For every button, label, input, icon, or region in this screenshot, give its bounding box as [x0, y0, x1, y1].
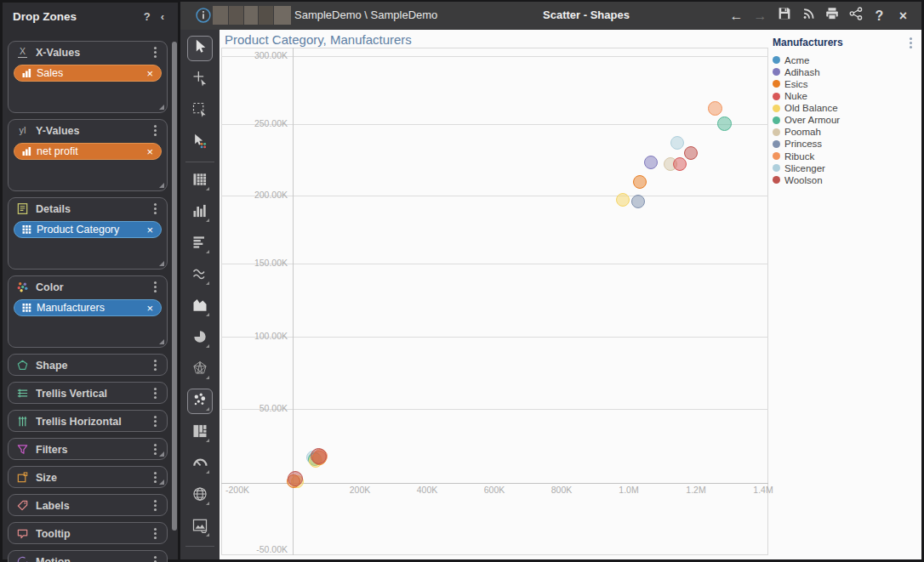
- data-point-slicenger[interactable]: [670, 136, 684, 150]
- data-point-old-balance[interactable]: [616, 193, 630, 207]
- back-button[interactable]: ←: [727, 6, 746, 26]
- gauge-chart-tool[interactable]: [187, 451, 213, 477]
- remove-field-icon[interactable]: ×: [146, 68, 153, 79]
- drop-zone-trellis-vertical[interactable]: Trellis Vertical: [8, 382, 168, 404]
- pointer-tool[interactable]: [187, 36, 213, 61]
- hbar-chart-icon: [191, 234, 208, 254]
- globe-icon: [191, 485, 208, 506]
- data-point-nuke[interactable]: [673, 157, 687, 171]
- close-button[interactable]: ×: [893, 6, 913, 26]
- field-pill-net-profit[interactable]: net profit×: [14, 143, 162, 160]
- section-menu-icon[interactable]: [154, 207, 157, 210]
- help-button[interactable]: ?: [870, 6, 889, 26]
- forward-button[interactable]: →: [750, 6, 770, 26]
- map-chart-tool[interactable]: [187, 483, 213, 508]
- field-pill-product-category[interactable]: Product Category×: [14, 221, 162, 238]
- gridline: [221, 124, 768, 125]
- data-point-over-armour[interactable]: [717, 116, 732, 131]
- section-menu-icon[interactable]: [154, 476, 157, 479]
- area-chart-tool[interactable]: [187, 294, 213, 320]
- publish-button[interactable]: [798, 6, 818, 26]
- field-pill-manufacturers[interactable]: Manufacturers×: [14, 299, 162, 316]
- print-button[interactable]: [822, 6, 841, 26]
- image-widget-tool[interactable]: [187, 514, 213, 540]
- y-tick-label: 50.00K: [220, 404, 288, 413]
- collapse-panel-icon[interactable]: ‹: [156, 10, 169, 23]
- legend-item-slicenger[interactable]: Slicenger: [773, 163, 919, 173]
- legend-item-ribuck[interactable]: Ribuck: [773, 151, 919, 162]
- section-menu-icon[interactable]: [154, 51, 157, 54]
- drop-zone-details[interactable]: DetailsProduct Category×: [8, 197, 168, 270]
- drop-zone-label: Filters: [36, 444, 145, 456]
- shape-icon: [16, 359, 29, 372]
- pan-tool[interactable]: [187, 67, 213, 93]
- section-menu-icon[interactable]: [154, 420, 157, 423]
- legend-item-woolson[interactable]: Woolson: [773, 175, 919, 185]
- multi-select-icon: [191, 133, 208, 153]
- multi-select-tool[interactable]: [187, 130, 213, 156]
- redacted-block: [244, 6, 258, 25]
- save-button[interactable]: [774, 6, 794, 26]
- section-menu-icon[interactable]: [154, 392, 157, 395]
- chart-type-toolbar: [180, 30, 220, 559]
- drop-zone-tooltip[interactable]: Tooltip: [8, 522, 168, 544]
- legend-item-acme[interactable]: Acme: [773, 55, 919, 65]
- drop-zone-filters[interactable]: Filters: [8, 438, 168, 460]
- y-tick-label: 200.00K: [220, 190, 288, 200]
- legend-swatch: [773, 80, 780, 88]
- bar-chart-tool[interactable]: [187, 200, 213, 225]
- legend-swatch: [773, 56, 780, 64]
- data-point-woolson[interactable]: [311, 448, 327, 464]
- drop-zone-color[interactable]: ColorManufacturers×: [8, 275, 168, 348]
- legend-item-princess[interactable]: Princess: [773, 139, 919, 150]
- data-point-woolson[interactable]: [288, 471, 303, 486]
- field-pill-sales[interactable]: Sales×: [14, 65, 162, 82]
- legend-item-poomah[interactable]: Poomah: [773, 128, 919, 138]
- section-menu-icon[interactable]: [154, 532, 157, 535]
- drop-zone-y-values[interactable]: yIY-Valuesnet profit×: [8, 119, 168, 191]
- section-menu-icon[interactable]: [154, 504, 157, 507]
- chart-title: Product Category, Manufacturers: [225, 32, 412, 47]
- legend-item-over-armour[interactable]: Over Armour: [773, 115, 919, 125]
- legend-item-old-balance[interactable]: Old Balance: [773, 103, 919, 113]
- section-menu-icon[interactable]: [154, 129, 157, 132]
- data-point-princess[interactable]: [631, 195, 645, 208]
- remove-field-icon[interactable]: ×: [146, 303, 153, 314]
- sidebar-scrollbar[interactable]: [172, 42, 177, 531]
- x-axis-icon: X: [16, 46, 29, 59]
- drop-zone-shape[interactable]: Shape: [8, 354, 168, 376]
- drop-zone-motion[interactable]: Motion: [8, 550, 168, 562]
- info-icon[interactable]: [195, 7, 212, 24]
- data-point-adihash[interactable]: [644, 156, 658, 169]
- drop-zone-size[interactable]: Size: [8, 466, 168, 488]
- line-chart-tool[interactable]: [187, 263, 213, 288]
- legend-swatch: [773, 93, 780, 100]
- grid-icon: [22, 224, 31, 235]
- section-menu-icon[interactable]: [154, 448, 157, 451]
- drop-zone-trellis-horizontal[interactable]: Trellis Horizontal: [8, 410, 168, 432]
- data-point-woolson[interactable]: [684, 146, 698, 160]
- remove-field-icon[interactable]: ×: [146, 224, 153, 236]
- legend-menu-icon[interactable]: [910, 42, 912, 44]
- treemap-chart-tool[interactable]: [187, 420, 213, 446]
- legend-swatch: [773, 128, 780, 136]
- data-point-ribuck[interactable]: [708, 101, 722, 116]
- marquee-select-tool[interactable]: [187, 99, 213, 124]
- color-icon: [16, 281, 29, 293]
- help-icon[interactable]: ?: [139, 10, 156, 23]
- section-menu-icon[interactable]: [154, 286, 157, 288]
- data-point-esics[interactable]: [633, 175, 647, 189]
- drop-zone-labels[interactable]: Labels: [8, 494, 168, 516]
- share-button[interactable]: [846, 6, 865, 26]
- scatter-chart-tool[interactable]: [187, 389, 213, 414]
- legend-item-esics[interactable]: Esics: [773, 79, 919, 89]
- remove-field-icon[interactable]: ×: [146, 146, 153, 157]
- legend-item-adihash[interactable]: Adihash: [773, 67, 919, 77]
- drop-zone-x-values[interactable]: XX-ValuesSales×: [8, 41, 168, 113]
- pie-chart-tool[interactable]: [187, 326, 213, 351]
- legend-item-nuke[interactable]: Nuke: [773, 91, 919, 101]
- radar-chart-tool[interactable]: [187, 357, 213, 383]
- table-chart-tool[interactable]: [187, 168, 213, 194]
- section-menu-icon[interactable]: [154, 364, 157, 366]
- hbar-chart-tool[interactable]: [187, 231, 213, 257]
